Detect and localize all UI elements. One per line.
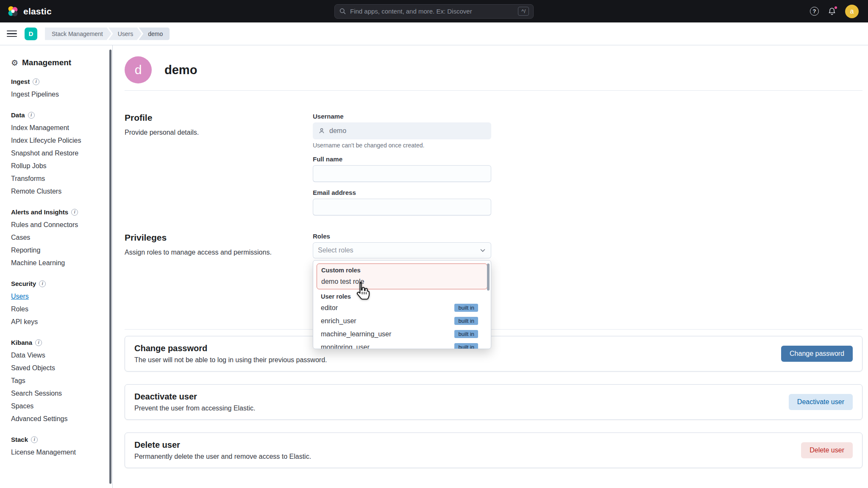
user-icon [318,127,326,135]
chevron-down-icon [479,247,486,254]
change-password-description: The user will not be able to log in usin… [134,356,327,364]
section-label: Ingest [11,78,30,85]
profile-section: Profile Provide personal details. Userna… [125,113,862,216]
sidebar-section-ingest: Ingest i [11,78,104,85]
breadcrumb-bar: D Stack Management Users demo [0,22,868,45]
sidebar-section-security: Security i [11,280,104,287]
notification-dot [834,6,838,10]
built-in-badge: built in [454,330,478,338]
header-divider [125,90,862,91]
sidebar-item-index-management[interactable]: Index Management [11,122,104,134]
profile-heading: Profile [125,113,287,123]
roles-label: Roles [313,233,491,240]
built-in-badge: built in [454,317,478,325]
gear-icon: ⚙ [11,59,18,67]
sidebar-section-kibana: Kibana i [11,339,104,346]
section-divider [125,329,862,330]
section-label: Alerts and Insights [11,208,68,216]
page-title: demo [164,63,197,77]
username-field: demo [313,122,491,139]
sidebar-item-snapshot-and-restore[interactable]: Snapshot and Restore [11,147,104,160]
info-icon: i [35,339,42,346]
sidebar-section-alerts-insights: Alerts and Insights i [11,208,104,216]
logo-text: elastic [23,6,52,17]
email-label: Email address [313,189,491,196]
sidebar-item-license-management[interactable]: License Management [11,446,104,459]
sidebar-item-data-views[interactable]: Data Views [11,349,104,362]
role-option-demo-test-role[interactable]: demo test role [317,275,487,288]
sidebar-item-tags[interactable]: Tags [11,374,104,387]
global-search[interactable]: ^/ [334,4,534,19]
roles-placeholder: Select roles [318,247,353,254]
section-label: Security [11,280,36,287]
search-shortcut-hint: ^/ [518,7,529,16]
elastic-home-link[interactable]: elastic [7,5,52,17]
privileges-section: Privileges Assign roles to manage access… [125,233,862,258]
sidebar-item-remote-clusters[interactable]: Remote Clusters [11,185,104,198]
deactivate-user-description: Prevent the user from accessing Elastic. [134,405,255,412]
sidebar-item-reporting[interactable]: Reporting [11,244,104,257]
sidebar-item-machine-learning[interactable]: Machine Learning [11,257,104,269]
privileges-heading: Privileges [125,233,287,243]
breadcrumb-stack-management[interactable]: Stack Management [45,28,111,40]
help-icon[interactable]: ? [810,7,819,16]
sidebar-item-api-keys[interactable]: API keys [11,316,104,328]
info-icon: i [71,209,78,216]
notifications-button[interactable] [827,7,837,16]
sidebar-item-index-lifecycle-policies[interactable]: Index Lifecycle Policies [11,134,104,147]
header-actions: ? a [810,5,861,18]
sidebar-item-ingest-pipelines[interactable]: Ingest Pipelines [11,88,104,101]
sidebar-section-stack: Stack i [11,436,104,443]
sidebar-item-search-sessions[interactable]: Search Sessions [11,387,104,400]
breadcrumb-demo: demo [139,28,170,40]
built-in-badge: built in [454,304,478,312]
role-option-editor[interactable]: editor built in [317,301,487,314]
global-header: elastic ^/ ? a [0,0,868,22]
change-password-panel: Change password The user will not be abl… [125,336,862,372]
role-option-name: demo test role [321,278,364,286]
username-help-text: Username can't be changed once created. [313,142,491,149]
role-option-enrich-user[interactable]: enrich_user built in [317,314,487,327]
space-switcher-badge[interactable]: D [25,28,37,40]
username-label: Username [313,113,491,120]
role-option-name: editor [321,304,338,312]
dropdown-scrollbar[interactable] [487,263,490,291]
delete-user-title: Delete user [134,440,311,450]
custom-roles-group: Custom roles demo test role [317,263,487,289]
sidebar-item-spaces[interactable]: Spaces [11,400,104,413]
deactivate-user-button[interactable]: Deactivate user [789,394,853,410]
sidebar-item-cases[interactable]: Cases [11,231,104,244]
kibana-edit-user-page: elastic ^/ ? a D Stack Managemen [0,0,868,488]
management-sidebar: ⚙ Management Ingest i Ingest Pipelines D… [0,45,113,488]
sidebar-item-advanced-settings[interactable]: Advanced Settings [11,413,104,425]
sidebar-item-saved-objects[interactable]: Saved Objects [11,362,104,374]
full-name-field[interactable] [313,165,491,182]
info-icon: i [28,112,35,119]
sidebar-item-rollup-jobs[interactable]: Rollup Jobs [11,160,104,172]
global-search-input[interactable] [350,8,514,15]
user-menu-avatar[interactable]: a [845,5,859,18]
delete-user-button[interactable]: Delete user [801,442,853,458]
email-field[interactable] [313,199,491,216]
breadcrumb-users[interactable]: Users [108,28,142,40]
role-option-name: machine_learning_user [321,330,391,338]
roles-combobox[interactable]: Select roles [313,242,491,258]
change-password-title: Change password [134,344,327,353]
menu-toggle-button[interactable] [7,30,17,37]
sidebar-item-transforms[interactable]: Transforms [11,172,104,185]
search-icon [339,8,346,15]
role-option-monitoring-user[interactable]: monitoring_user built in [317,341,487,349]
change-password-button[interactable]: Change password [781,346,853,362]
roles-dropdown: Custom roles demo test role User roles e… [313,260,491,349]
info-icon: i [33,78,39,85]
role-option-machine-learning-user[interactable]: machine_learning_user built in [317,327,487,341]
section-label: Kibana [11,339,32,346]
deactivate-user-title: Deactivate user [134,392,255,402]
role-option-name: monitoring_user [321,344,370,349]
user-roles-group-label: User roles [317,292,487,301]
sidebar-item-rules-and-connectors[interactable]: Rules and Connectors [11,219,104,231]
elastic-logo-icon [7,5,19,17]
sidebar-item-users[interactable]: Users [11,290,104,303]
sidebar-item-roles[interactable]: Roles [11,303,104,316]
sidebar-scrollbar[interactable] [109,50,111,484]
